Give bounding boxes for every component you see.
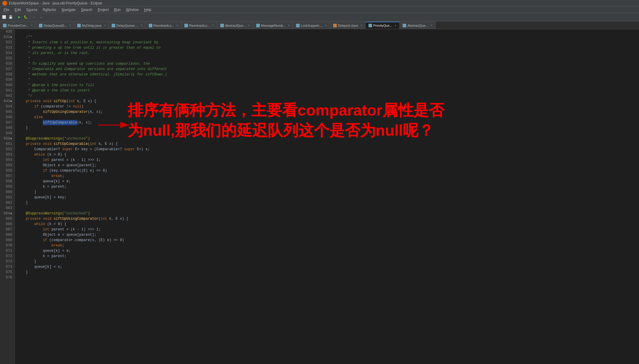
tab-label: ReentrantLo... bbox=[154, 24, 174, 27]
code-line-657: break; bbox=[15, 173, 639, 179]
code-line-634: * its parent, or is the root. bbox=[15, 50, 639, 56]
line-num-664: 664◆ bbox=[2, 211, 12, 216]
code-line-669: if (comparator.compare(x, (E) e) >= 0) bbox=[15, 238, 639, 243]
code-line-656: if (key.compareTo((E) e) >= 0) bbox=[15, 168, 639, 173]
tab-messagenumb[interactable]: MessageNumb... × bbox=[253, 22, 293, 29]
tab-mydelay[interactable]: MyDelay.java × bbox=[74, 22, 109, 29]
code-line-637: * Comparable and Comparator versions are… bbox=[15, 67, 639, 72]
tab-close-icon[interactable]: × bbox=[141, 24, 143, 27]
tab-close-icon[interactable]: × bbox=[431, 24, 432, 27]
code-line-636: * To simplify and speed up coercions and… bbox=[15, 61, 639, 67]
tab-close-icon[interactable]: × bbox=[360, 24, 362, 27]
tab-locksupport[interactable]: LockSupport.... × bbox=[293, 22, 330, 29]
tab-close-icon[interactable]: × bbox=[248, 24, 250, 27]
line-num-663: 663 bbox=[2, 205, 12, 211]
line-num-656: 656 bbox=[2, 168, 12, 173]
menu-project[interactable]: Project bbox=[95, 7, 111, 12]
line-num-643: 643◆ bbox=[2, 99, 12, 104]
menu-edit[interactable]: Edit bbox=[12, 7, 23, 12]
tab-label: MessageNumb... bbox=[261, 24, 286, 27]
code-line-667: int parent = (k - 1) >>> 1; bbox=[15, 227, 639, 232]
code-line-670: break; bbox=[15, 243, 639, 248]
tab-abstractque1[interactable]: AbstractQue... × bbox=[217, 22, 253, 29]
menu-navigate[interactable]: Navigate bbox=[59, 7, 78, 12]
line-num-657: 657 bbox=[2, 173, 12, 179]
tab-close-icon[interactable]: × bbox=[395, 24, 396, 27]
java-file-icon bbox=[39, 24, 42, 27]
tab-label: AbstractQue... bbox=[225, 24, 246, 27]
line-num-665: 665 bbox=[2, 216, 12, 221]
tab-label: LockSupport.... bbox=[301, 24, 323, 27]
code-line-633: * promoting x up the tree until it is gr… bbox=[15, 45, 639, 50]
line-num-642: 642 bbox=[2, 93, 12, 99]
menu-window[interactable]: Window bbox=[124, 7, 141, 12]
tab-close-icon[interactable]: × bbox=[104, 24, 105, 27]
line-num-639: 639 bbox=[2, 77, 12, 83]
class-file-icon bbox=[333, 24, 337, 27]
tab-abstractque2[interactable]: AbstractQue... × bbox=[400, 22, 436, 29]
menu-source[interactable]: Source bbox=[24, 7, 40, 12]
line-num-659: 659 bbox=[2, 184, 12, 189]
code-line-661: queue[k] = key; bbox=[15, 195, 639, 200]
tab-close-icon[interactable]: × bbox=[69, 24, 71, 27]
line-num-651: 651 bbox=[2, 141, 12, 147]
tab-reentrantlo1[interactable]: ReentrantLo... × bbox=[146, 22, 182, 29]
menu-run[interactable]: Run bbox=[112, 7, 123, 12]
code-line-665: private void siftUpUsingComparator(int k… bbox=[15, 216, 639, 221]
tab-label: Delayed.class bbox=[338, 24, 358, 27]
tab-reentrantlo2[interactable]: ReentrantLo... × bbox=[181, 22, 217, 29]
tab-close-icon[interactable]: × bbox=[212, 24, 214, 27]
new-button[interactable]: ⬜ bbox=[1, 14, 7, 20]
debug-button[interactable]: 🐛 bbox=[23, 14, 29, 20]
code-line-654: int parent = (k - 1) >>> 1; bbox=[15, 157, 639, 163]
line-num-661: 661 bbox=[2, 195, 12, 200]
line-num-667: 667 bbox=[2, 227, 12, 232]
tab-delayqueue[interactable]: DelayQueue.... × bbox=[109, 22, 145, 29]
toolbar-sep2 bbox=[30, 15, 30, 20]
code-line-663 bbox=[15, 205, 639, 211]
code-line-675: } bbox=[15, 270, 639, 275]
line-num-675: 675 bbox=[2, 270, 12, 275]
line-num-633: 633 bbox=[2, 45, 12, 50]
tab-close-icon[interactable]: × bbox=[31, 24, 33, 27]
code-area[interactable]: /** * Inserts item x at position k, main… bbox=[15, 29, 639, 364]
menu-help[interactable]: Help bbox=[142, 7, 154, 12]
save-button[interactable]: 💾 bbox=[8, 14, 14, 20]
menu-refactor[interactable]: Refactor bbox=[40, 7, 58, 12]
tab-priorityque[interactable]: PriorityQue... × bbox=[366, 22, 400, 29]
tab-delayqueueD[interactable]: DelayQueueD... × bbox=[36, 22, 74, 29]
run-button[interactable]: ▶ bbox=[16, 14, 22, 20]
forward-button[interactable]: → bbox=[38, 14, 44, 20]
code-line-658: queue[k] = e; bbox=[15, 179, 639, 184]
line-num-653: 653 bbox=[2, 152, 12, 157]
tab-bar: ProviderCon... × DelayQueueD... × MyDela… bbox=[0, 21, 639, 29]
line-num-658: 658 bbox=[2, 179, 12, 184]
code-line-668: Object e = queue[parent]; bbox=[15, 232, 639, 238]
code-line-672: k = parent; bbox=[15, 254, 639, 259]
menu-search[interactable]: Search bbox=[79, 7, 95, 12]
tab-close-icon[interactable]: × bbox=[176, 24, 178, 27]
code-line-646: else bbox=[15, 115, 639, 120]
tab-delayed-class[interactable]: Delayed.class × bbox=[330, 22, 366, 29]
line-num-650: 650◆ bbox=[2, 136, 12, 141]
tab-close-icon[interactable]: × bbox=[325, 24, 327, 27]
line-num-632: 632 bbox=[2, 40, 12, 45]
back-button[interactable]: ← bbox=[31, 14, 37, 20]
java-file-icon bbox=[368, 24, 372, 27]
tab-label: MyDelay.java bbox=[82, 24, 101, 27]
tab-label: PriorityQue... bbox=[373, 24, 392, 27]
line-num-646: 646 bbox=[2, 115, 12, 120]
main-content: 630 631◆ 632 633 634 635 636 637 638 639… bbox=[0, 29, 639, 364]
tab-provider[interactable]: ProviderCon... × bbox=[0, 22, 36, 29]
menu-bar: File Edit Source Refactor Navigate Searc… bbox=[0, 7, 639, 13]
tab-label: DelayQueue.... bbox=[116, 24, 138, 27]
code-line-645: siftUpUsingComparator(k, x); bbox=[15, 109, 639, 115]
line-num-671: 671 bbox=[2, 248, 12, 254]
code-line-662: } bbox=[15, 200, 639, 205]
java-file-icon bbox=[184, 24, 188, 27]
code-line-653: while (k > 0) { bbox=[15, 152, 639, 157]
code-line-664: @SuppressWarnings("unchecked") bbox=[15, 211, 639, 216]
tab-close-icon[interactable]: × bbox=[288, 24, 290, 27]
java-file-icon bbox=[403, 24, 406, 27]
menu-file[interactable]: File bbox=[1, 7, 12, 12]
